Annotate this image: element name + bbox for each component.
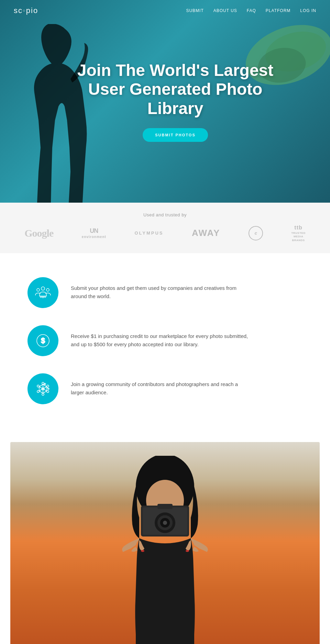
tmb-logo: ttb TRUSTEDMEDIABRANDS [291,224,305,242]
svg-point-7 [42,296,44,298]
svg-point-15 [42,393,44,395]
feature-item-3: Join a growing community of contributors… [28,373,302,404]
people-icon [35,284,51,301]
svg-point-45 [186,550,189,552]
svg-line-32 [43,384,45,384]
svg-point-17 [37,385,39,387]
trusted-label: Used and trusted by [14,212,316,217]
dollar-icon-circle: $ [28,325,58,356]
svg-point-16 [37,391,39,393]
trusted-section: Used and trusted by Google UN environmen… [0,203,330,253]
logo: sc◦pio [14,6,38,15]
hero-title: Join The World's Largest User Generated … [76,61,275,118]
photographer-photo [10,442,320,644]
people-icon-circle [28,277,58,308]
svg-point-6 [40,296,42,297]
olympus-logo: OLYMPUS [134,230,163,236]
svg-rect-43 [157,504,173,509]
feature-text-2: Receive $1 in purchasing credit to our m… [71,325,250,349]
nav-platform[interactable]: PLATFORM [266,8,290,13]
svg-point-14 [47,391,49,393]
feature-text-3: Join a growing community of contributors… [71,373,250,397]
feature-item-2: $ Receive $1 in purchasing credit to our… [28,325,302,356]
hero-section: Join The World's Largest User Generated … [0,0,330,203]
un-logo: UN environment [82,227,106,239]
feature-item-1: Submit your photos and get them used by … [28,277,302,308]
svg-text:$: $ [41,336,45,345]
submit-photos-button[interactable]: SUBMIT PHOTOS [143,128,208,142]
away-logo: AWAY [192,228,220,238]
nav-login[interactable]: LOG IN [300,8,316,13]
nav-submit[interactable]: SUBMIT [186,8,204,13]
nav-links: SUBMIT ABOUT US FAQ PLATFORM LOG IN [186,8,316,13]
svg-line-27 [39,391,43,393]
nav-faq[interactable]: FAQ [247,8,256,13]
svg-point-44 [141,550,144,552]
svg-point-4 [37,289,40,291]
photo-section-wrapper [0,442,330,644]
canva-logo: c [249,226,263,240]
photographer-svg [76,456,254,644]
features-section: Submit your photos and get them used by … [0,253,330,442]
trusted-logos: Google UN environment OLYMPUS AWAY c ttb… [14,224,316,242]
google-logo: Google [24,227,53,239]
feature-text-1: Submit your photos and get them used by … [71,277,250,301]
svg-point-3 [41,287,45,290]
dollar-icon: $ [35,332,51,349]
svg-point-5 [46,289,49,291]
svg-point-42 [163,521,167,525]
hero-content: Join The World's Largest User Generated … [76,61,275,142]
navbar: sc◦pio SUBMIT ABOUT US FAQ PLATFORM LOG … [0,0,330,21]
svg-line-29 [39,384,43,387]
network-icon-circle [28,373,58,404]
network-icon [35,381,51,397]
nav-about[interactable]: ABOUT US [213,8,237,13]
svg-point-8 [44,296,46,297]
svg-line-26 [43,391,47,393]
